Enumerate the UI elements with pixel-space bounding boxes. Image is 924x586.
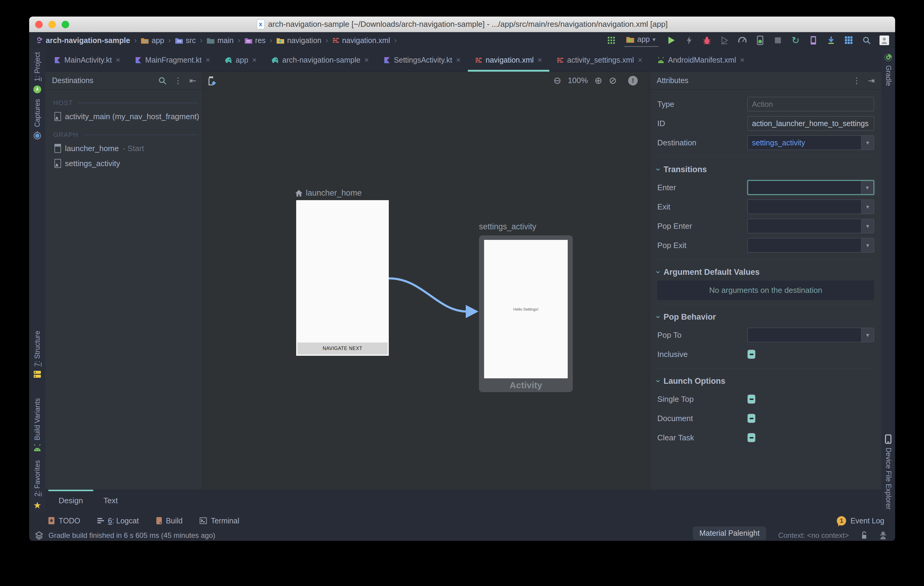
zoom-to-fit-button[interactable]: ⊘	[609, 75, 617, 86]
sidebar-item-structure[interactable]: 7: Structure	[29, 331, 45, 378]
editor-tabbar: MainActivity.kt× MainFragment.kt× app× a…	[45, 48, 881, 72]
todo-button[interactable]: TODO	[48, 516, 80, 525]
avd-manager-icon[interactable]	[808, 35, 818, 45]
sidebar-item-favorites[interactable]: 2: Favorites ★	[29, 460, 45, 510]
logcat-button[interactable]: 6: Logcat	[97, 516, 139, 525]
project-structure-icon[interactable]	[844, 35, 854, 45]
sidebar-item-captures[interactable]: Captures	[29, 99, 45, 140]
avatar[interactable]	[879, 35, 889, 45]
close-icon[interactable]: ×	[365, 55, 369, 65]
sidebar-item-device-file-explorer[interactable]: Device File Explorer	[881, 434, 895, 510]
profile-run-icon[interactable]	[720, 35, 729, 45]
java-icon	[35, 36, 43, 44]
pop-behavior-section-header[interactable]: › Pop Behavior	[650, 308, 881, 325]
sidebar-item-build-variants[interactable]: Build Variants	[29, 398, 45, 452]
inclusive-checkbox[interactable]	[747, 350, 755, 359]
sidebar-item-gradle[interactable]: Gradle	[881, 53, 895, 86]
settings-activity-preview[interactable]: Hello Settings! Activity	[479, 235, 573, 392]
launcher-home-preview[interactable]: NAVIGATE NEXT	[296, 200, 389, 356]
more-options-icon[interactable]: ⋮	[853, 76, 861, 86]
destination-item-activity-main[interactable]: activity_main (my_nav_host_fragment)	[45, 109, 203, 124]
tab-arch-navigation-sample[interactable]: arch-navigation-sample×	[264, 48, 376, 72]
tab-design[interactable]: Design	[48, 490, 93, 512]
build-button[interactable]: Build	[156, 516, 183, 525]
launcher-home-label-row[interactable]: launcher_home	[295, 189, 362, 198]
breadcrumb-src[interactable]: <> src	[175, 36, 196, 45]
document-checkbox[interactable]	[747, 414, 755, 423]
hide-panel-icon[interactable]: ⇤	[189, 76, 196, 86]
transitions-section-header[interactable]: › Transitions	[650, 161, 881, 178]
destinations-header: Destinations ⋮ ⇤	[45, 72, 203, 90]
tab-app-gradle[interactable]: app×	[218, 48, 264, 72]
fullscreen-window-button[interactable]	[62, 21, 69, 28]
close-icon[interactable]: ×	[456, 55, 460, 65]
tab-settingsactivity[interactable]: SettingsActivity.kt×	[376, 48, 468, 72]
status-message[interactable]: Gradle build finished in 6 s 605 ms (45 …	[48, 531, 215, 540]
enter-transition-select[interactable]: ▾	[747, 180, 874, 195]
stop-button[interactable]	[773, 35, 783, 45]
breadcrumb-app[interactable]: <> app	[141, 36, 164, 45]
issues-icon[interactable]: !	[628, 76, 638, 86]
tab-mainactivity[interactable]: MainActivity.kt×	[46, 48, 127, 72]
apply-changes-icon[interactable]	[684, 35, 694, 45]
close-icon[interactable]: ×	[252, 55, 257, 65]
context-widget[interactable]: Context: <no context>	[778, 531, 849, 540]
minimize-window-button[interactable]	[48, 21, 56, 28]
sidebar-item-project[interactable]: 1: Project	[29, 52, 45, 94]
run-configuration-select[interactable]: app ▾	[624, 34, 658, 47]
event-log-button[interactable]: 1 Event Log	[837, 516, 884, 525]
pop-to-select[interactable]: ▾	[747, 328, 874, 342]
attach-debugger-icon[interactable]	[755, 35, 765, 45]
destination-select[interactable]: settings_activity ▾	[747, 136, 874, 150]
settings-activity-label-row[interactable]: settings_activity	[479, 222, 536, 232]
debug-button[interactable]	[702, 35, 712, 45]
argument-defaults-section-header[interactable]: › Argument Default Values	[650, 264, 881, 280]
breadcrumb-navigation[interactable]: navigation	[276, 36, 322, 45]
android-profiler-icon[interactable]	[738, 35, 747, 45]
search-icon[interactable]	[158, 76, 167, 85]
inspections-profile-icon[interactable]	[879, 531, 887, 540]
tab-navigation-xml[interactable]: navigation.xml×	[468, 48, 549, 72]
chevron-down-icon: ▾	[652, 36, 655, 43]
hide-panel-icon[interactable]: ⇥	[868, 76, 874, 86]
sdk-manager-icon[interactable]	[826, 35, 836, 45]
id-field[interactable]: action_launcher_home_to_settings	[747, 116, 874, 131]
toolwindows-grid-icon[interactable]	[607, 35, 616, 45]
tab-mainfragment[interactable]: MainFragment.kt×	[127, 48, 218, 72]
lock-icon[interactable]	[861, 531, 868, 540]
breadcrumb-project[interactable]: arch-navigation-sample	[35, 36, 130, 45]
more-options-icon[interactable]: ⋮	[174, 76, 182, 86]
navigation-canvas[interactable]: launcher_home NAVIGATE NEXT settings_act…	[203, 90, 650, 490]
zoom-in-button[interactable]: ⊕	[594, 75, 602, 86]
theme-widget[interactable]: Material Palenight	[693, 526, 766, 540]
clear-task-checkbox[interactable]	[747, 433, 755, 442]
zoom-out-button[interactable]: ⊖	[554, 75, 561, 86]
pop-enter-transition-select[interactable]: ▾	[747, 219, 874, 233]
close-icon[interactable]: ×	[206, 55, 210, 65]
close-icon[interactable]: ×	[538, 55, 542, 65]
background-tasks-icon[interactable]	[35, 531, 43, 540]
pop-exit-transition-select[interactable]: ▾	[747, 238, 874, 253]
close-window-button[interactable]	[35, 21, 43, 28]
destination-item-launcher-home[interactable]: launcher_home - Start	[45, 141, 203, 156]
new-destination-icon[interactable]	[208, 75, 217, 86]
close-icon[interactable]: ×	[116, 55, 120, 65]
tab-activity-settings-xml[interactable]: activity_settings.xml×	[549, 48, 650, 72]
tab-text[interactable]: Text	[93, 490, 128, 512]
breadcrumb-res[interactable]: res	[244, 36, 266, 45]
run-button[interactable]	[667, 35, 676, 45]
sync-gradle-icon[interactable]: ↻	[791, 35, 800, 45]
breadcrumb-separator: ›	[326, 36, 328, 45]
search-everywhere-icon[interactable]	[862, 35, 871, 45]
close-icon[interactable]: ×	[740, 55, 744, 65]
breadcrumb-main[interactable]: main	[206, 36, 234, 45]
tab-androidmanifest[interactable]: AndroidManifest.xml×	[650, 48, 752, 72]
single-top-checkbox[interactable]	[747, 395, 755, 404]
exit-transition-select[interactable]: ▾	[747, 200, 874, 214]
close-icon[interactable]: ×	[638, 55, 642, 65]
breadcrumb-file[interactable]: navigation.xml	[332, 36, 390, 45]
star-icon: ★	[33, 500, 41, 510]
terminal-button[interactable]: Terminal	[200, 516, 239, 525]
destination-item-settings-activity[interactable]: settings_activity	[45, 156, 203, 171]
launch-options-section-header[interactable]: › Launch Options	[650, 372, 881, 389]
